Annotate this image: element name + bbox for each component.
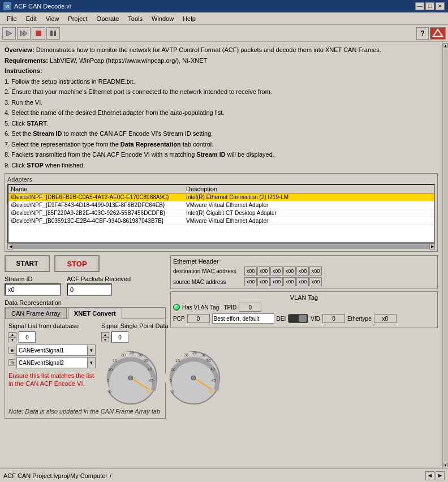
scroll-down-btn[interactable]: ▼ (443, 463, 448, 467)
signal1-arrow[interactable]: ▼ (87, 345, 95, 355)
title-bar-title: ACF CAN Decode.vi (14, 3, 415, 10)
svg-text:15: 15 (113, 359, 117, 363)
run-continuously-button[interactable] (17, 27, 31, 40)
svg-text:35: 35 (144, 359, 148, 363)
signal2-text: CANEventSignal2 (17, 360, 87, 366)
abort-button[interactable] (32, 27, 45, 40)
menu-window[interactable]: Window (147, 14, 178, 23)
stop-button[interactable]: STOP (54, 255, 100, 272)
gauge1-container: 0 5 10 15 20 25 30 35 (101, 345, 161, 404)
signal-left: Signal List from database ▲ ▼ 0 (8, 322, 96, 404)
gauge-value: 0 (118, 334, 122, 341)
pcp-label: PCP (173, 316, 185, 322)
instructions-bold: Instructions: (5, 67, 42, 74)
src-mac-b1: x00 (257, 277, 270, 286)
right-scrollbar[interactable]: ▲ ▼ (442, 42, 448, 468)
title-bar-controls: — □ ✕ (415, 2, 445, 10)
acf-group: ACF Packets Received 0 (67, 276, 131, 296)
run-button[interactable] (2, 27, 16, 40)
signal-count-field[interactable]: 0 (19, 332, 36, 343)
status-text: ACF CAN Project.lvproj/My Computer (3, 472, 107, 479)
status-scroll-left[interactable]: ◀ (425, 471, 434, 480)
pcp-field[interactable]: 0 (187, 314, 210, 323)
adapter-name-cell: \Device\NPF_{85F220A9-2B2E-403C-9262-55B… (11, 210, 186, 216)
dest-mac-b4: x00 (296, 266, 309, 276)
signal-input-row: ▲ ▼ 0 (8, 332, 96, 343)
spin-down-btn[interactable]: ▼ (8, 337, 16, 342)
tab-container: CAN Frame Array XNET Convert Signal List… (5, 307, 166, 419)
svg-rect-4 (50, 31, 53, 36)
menu-help[interactable]: Help (178, 14, 200, 23)
spin-up-btn[interactable]: ▲ (8, 332, 16, 337)
pcp-dropdown[interactable]: Best effort, default (212, 313, 274, 324)
svg-point-21 (128, 376, 133, 380)
adapter-hscroll[interactable]: ◀ ▶ (7, 243, 435, 249)
signal1-icon: ⊕ (8, 347, 15, 354)
svg-text:45: 45 (149, 378, 153, 382)
menu-bar: File Edit View Project Operate Tools Win… (0, 12, 448, 25)
overview-text: Demonstrates how to monitor the network … (35, 46, 381, 53)
status-scroll-right[interactable]: ▶ (436, 471, 445, 480)
gauge-spin-down[interactable]: ▼ (101, 337, 109, 342)
menu-operate[interactable]: Operate (92, 14, 124, 23)
hscroll-right-btn[interactable]: ▶ (429, 244, 435, 249)
step3: 3. Run the VI. (5, 98, 438, 107)
menu-project[interactable]: Project (63, 14, 92, 23)
lv-icon (430, 27, 446, 40)
signal2-arrow[interactable]: ▼ (87, 358, 95, 368)
adapters-table-header: Name Description (8, 185, 434, 193)
acf-field[interactable]: 0 (67, 283, 112, 296)
start-button[interactable]: START (5, 255, 50, 272)
gauge-value-field[interactable]: 0 (111, 332, 128, 343)
status-bar: ACF CAN Project.lvproj/My Computer / ◀ ▶ (0, 468, 448, 482)
hscroll-left-btn[interactable]: ◀ (7, 244, 13, 249)
tab-can-frame-array[interactable]: CAN Frame Array (5, 308, 67, 319)
adapters-col-desc: Description (186, 186, 432, 192)
overview-section: Overview: Demonstrates how to monitor th… (5, 45, 438, 170)
dei-toggle[interactable] (288, 314, 308, 323)
svg-rect-3 (36, 31, 41, 36)
tab-xnet-convert[interactable]: XNET Convert (68, 308, 122, 319)
menu-view[interactable]: View (41, 14, 64, 23)
adapter-row[interactable]: \Device\NPF_{E9F4F843-4D18-4499-913E-8F6… (8, 201, 434, 209)
src-mac-field: x00 x00 x00 x00 x00 x00 (244, 277, 322, 286)
signal1-dropdown[interactable]: CANEventSignal1 ▼ (16, 345, 96, 356)
minimize-button[interactable]: — (415, 2, 424, 10)
adapter-name-cell: \Device\NPF_{B035913C-E2B4-4CBF-9340-861… (11, 218, 186, 224)
maximize-button[interactable]: □ (425, 2, 434, 10)
signal-area: Signal List from database ▲ ▼ 0 (8, 322, 162, 404)
scroll-up-btn[interactable]: ▲ (443, 43, 448, 48)
menu-tools[interactable]: Tools (123, 14, 147, 23)
menu-file[interactable]: File (2, 14, 21, 23)
svg-rect-5 (54, 31, 56, 36)
stream-id-field[interactable]: x0 (5, 283, 61, 296)
adapters-label: Adapters (7, 176, 435, 183)
gauge-spin-up[interactable]: ▲ (101, 332, 109, 337)
tpid-label: TPID (223, 304, 236, 311)
tpid-field[interactable]: 0 (239, 303, 261, 312)
adapter-row[interactable]: \Device\NPF_{B035913C-E2B4-4CBF-9340-861… (8, 217, 434, 225)
gauge-spinner[interactable]: ▲ ▼ (101, 332, 109, 342)
dest-mac-b5: x00 (309, 266, 322, 276)
adapter-row[interactable]: \Device\NPF_{DBE6FB2B-C0A5-4A12-AE0C-E17… (8, 193, 434, 201)
signal2-dropdown[interactable]: CANEventSignal2 ▼ (16, 357, 96, 368)
step6: 6. Set the Stream ID to match the CAN AC… (5, 129, 438, 139)
requirements-text: LabVIEW, WinPcap (https://www.winpcap.or… (48, 57, 207, 64)
step2: 2. Ensure that your machine's Ethernet p… (5, 87, 438, 97)
pause-button[interactable] (46, 27, 60, 40)
src-mac-label: source MAC address (173, 279, 241, 285)
toolbar: ? (0, 25, 448, 42)
help-button[interactable]: ? (416, 27, 429, 40)
signal-spinner[interactable]: ▲ ▼ (8, 332, 16, 342)
svg-marker-0 (6, 31, 12, 36)
svg-text:30: 30 (138, 353, 143, 357)
tab-header: CAN Frame Array XNET Convert (5, 308, 165, 319)
menu-edit[interactable]: Edit (21, 14, 41, 23)
close-button[interactable]: ✕ (436, 2, 445, 10)
vid-field[interactable]: 0 (322, 314, 345, 323)
vlan-tag-label: VLAN Tag (173, 294, 435, 301)
adapter-row[interactable]: \Device\NPF_{85F220A9-2B2E-403C-9262-55B… (8, 209, 434, 217)
right-panel: Ethernet Header destination MAC address … (170, 255, 438, 419)
svg-marker-2 (24, 31, 27, 36)
ethertype-field[interactable]: x0 (374, 314, 397, 323)
